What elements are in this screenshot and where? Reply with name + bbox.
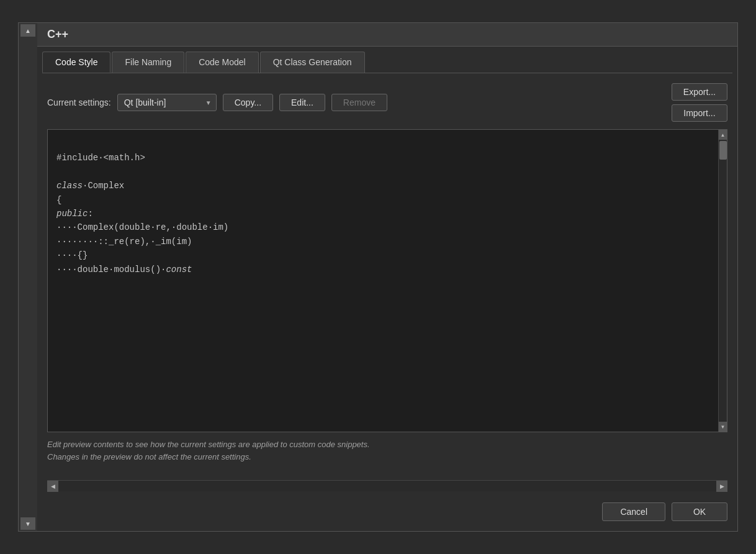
title-bar: C++ (37, 23, 737, 47)
settings-select[interactable]: Qt [built-in] Custom (117, 94, 217, 111)
code-line-4: { (56, 195, 61, 205)
left-scrollbar: ▲ ▼ (19, 23, 37, 531)
scroll-up-arrow[interactable]: ▲ (20, 24, 35, 37)
code-line-1: #include·<math.h> (56, 153, 145, 163)
content-area: Current settings: Qt [built-in] Custom ▼… (37, 73, 737, 480)
tab-file-naming[interactable]: File Naming (112, 52, 184, 73)
code-line-7: ········::_re(re),·_im(im) (56, 237, 192, 247)
export-button[interactable]: Export... (672, 83, 727, 101)
dialog-inner: C++ Code Style File Naming Code Model Qt… (37, 23, 737, 531)
code-preview[interactable]: #include·<math.h> class·Complex { public… (48, 130, 718, 432)
remove-button[interactable]: Remove (331, 94, 387, 111)
import-button[interactable]: Import... (672, 104, 727, 122)
tab-code-model[interactable]: Code Model (186, 52, 259, 73)
tab-qt-class-generation[interactable]: Qt Class Generation (260, 52, 365, 73)
h-scroll-left-arrow[interactable]: ◀ (47, 481, 58, 492)
dialog-buttons: Cancel OK (37, 496, 737, 531)
settings-dropdown-wrapper: Qt [built-in] Custom ▼ (117, 94, 217, 111)
current-settings-label: Current settings: (47, 98, 111, 107)
code-vertical-scrollbar: ▲ ▼ (718, 130, 727, 432)
h-scroll-right-arrow[interactable]: ▶ (716, 481, 727, 492)
horizontal-scrollbar: ◀ ▶ (47, 480, 727, 491)
cancel-button[interactable]: Cancel (602, 502, 665, 521)
code-line-6: ····Complex(double·re,·double·im) (56, 222, 228, 232)
code-preview-wrapper: #include·<math.h> class·Complex { public… (47, 129, 727, 432)
buttons-right: Export... Import... (672, 83, 727, 122)
tab-code-style[interactable]: Code Style (42, 52, 110, 73)
edit-button[interactable]: Edit... (279, 94, 325, 111)
code-line-3: class·Complex (56, 181, 124, 191)
cpp-dialog: ▲ ▼ C++ Code Style File Naming Code Mode… (18, 22, 738, 532)
code-line-5: public: (56, 209, 93, 219)
ok-button[interactable]: OK (672, 502, 727, 521)
scroll-down-arrow[interactable]: ▼ (20, 517, 35, 530)
dialog-title: C++ (47, 28, 727, 41)
info-text: Edit preview contents to see how the cur… (47, 438, 727, 463)
code-line-9: ····double·modulus()·const (56, 265, 192, 275)
code-scroll-thumb[interactable] (719, 141, 727, 160)
code-line-8: ····{} (56, 250, 88, 260)
h-scroll-track (58, 481, 716, 491)
code-scroll-track (719, 140, 727, 422)
tabs-container: Code Style File Naming Code Model Qt Cla… (37, 47, 737, 73)
copy-button[interactable]: Copy... (223, 94, 273, 111)
code-scroll-down-arrow[interactable]: ▼ (719, 422, 727, 432)
code-scroll-up-arrow[interactable]: ▲ (719, 130, 727, 140)
settings-row: Current settings: Qt [built-in] Custom ▼… (47, 83, 727, 122)
